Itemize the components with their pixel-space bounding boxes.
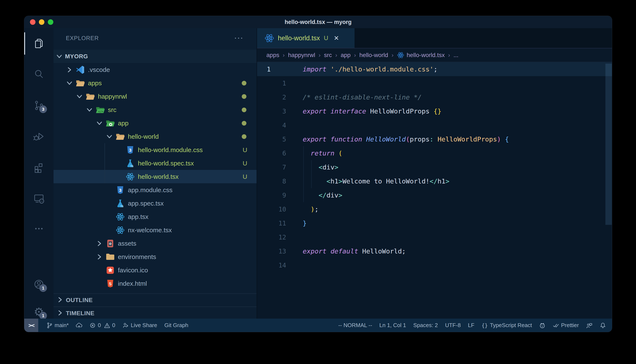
- code-line[interactable]: 4: [257, 118, 612, 132]
- react-icon: [116, 212, 125, 222]
- code-line[interactable]: 10 );: [257, 202, 612, 216]
- source-control-icon[interactable]: 3: [33, 100, 45, 111]
- chevron-down-icon: [96, 120, 103, 127]
- tree-item--vscode[interactable]: .vscode: [54, 63, 257, 76]
- file-name: hello-world.spec.tsx: [138, 160, 194, 167]
- git-modified-dot-icon: [242, 94, 246, 99]
- remote-indicator[interactable]: ><: [24, 318, 38, 332]
- status-item-warnings[interactable]: 0: [104, 322, 115, 328]
- tree-item-apps[interactable]: apps: [54, 76, 257, 90]
- status-item-label: Prettier: [561, 322, 579, 328]
- explorer-icon[interactable]: [33, 38, 45, 50]
- tree-item-src[interactable]: </> src: [54, 103, 257, 116]
- tree-item-hello-world-tsx[interactable]: hello-world.tsx U: [54, 170, 257, 183]
- breadcrumb-item-happynrwl[interactable]: happynrwl: [288, 52, 315, 58]
- breadcrumb-item-hello-world[interactable]: hello-world: [359, 52, 388, 58]
- status-item-encoding[interactable]: UTF-8: [445, 322, 461, 328]
- tree-item-app-tsx[interactable]: app.tsx: [54, 210, 257, 223]
- status-item-publish-changes[interactable]: [76, 322, 82, 328]
- tab-hello-world-tsx[interactable]: hello-world.tsx U ✕: [257, 28, 355, 48]
- editor-scrollbar[interactable]: [605, 64, 612, 225]
- git-modified-dot-icon: [242, 108, 246, 112]
- code-line[interactable]: 13export default HelloWorld;: [257, 244, 612, 258]
- code-text: export function HelloWorld(props: HelloW…: [303, 135, 509, 143]
- status-item-label: Live Share: [131, 322, 157, 328]
- status-item-eol[interactable]: LF: [468, 322, 474, 328]
- breadcrumb-item-hello-world-tsx[interactable]: hello-world.tsx: [397, 51, 445, 59]
- code-line[interactable]: 14: [257, 258, 612, 272]
- line-number: 14: [257, 262, 303, 269]
- react-file-icon: [264, 33, 275, 43]
- liveshare-icon: [122, 322, 129, 328]
- status-item-cursor-position[interactable]: Ln 1, Col 1: [379, 322, 406, 328]
- accounts-icon[interactable]: 1: [33, 278, 45, 290]
- status-item-indentation[interactable]: Spaces: 2: [413, 322, 438, 328]
- code-line[interactable]: 2/* eslint-disable-next-line */: [257, 90, 612, 104]
- tree-item-hello-world[interactable]: hello-world: [54, 130, 257, 143]
- settings-gear-icon[interactable]: ⚙ 1: [33, 306, 45, 318]
- status-item-language-mode[interactable]: {}TypeScript React: [482, 322, 532, 328]
- timeline-section-header[interactable]: TIMELINE: [54, 307, 257, 320]
- code-line[interactable]: 1import './hello-world.module.css';: [257, 62, 612, 76]
- code-line[interactable]: 1: [257, 76, 612, 90]
- tree-item-index-html[interactable]: 5 index.html: [54, 277, 257, 290]
- status-item-vim-mode[interactable]: -- NORMAL --: [338, 322, 372, 328]
- git-untracked-badge: U: [243, 160, 247, 167]
- run-debug-icon[interactable]: [33, 130, 45, 142]
- folder-open-icon: [86, 92, 95, 101]
- tree-item-app-module-css[interactable]: 3 app.module.css: [54, 183, 257, 197]
- remote-explorer-icon[interactable]: ><: [33, 192, 45, 204]
- extensions-icon[interactable]: [33, 162, 45, 174]
- tree-item-favicon-ico[interactable]: favicon.ico: [54, 264, 257, 277]
- line-number: 13: [257, 248, 303, 255]
- code-line[interactable]: 7 <div>: [257, 160, 612, 174]
- code-line[interactable]: 5export function HelloWorld(props: Hello…: [257, 132, 612, 146]
- code-line[interactable]: 11}: [257, 216, 612, 230]
- tree-item-app[interactable]: app: [54, 116, 257, 130]
- tree-item-hello-world-spec-tsx[interactable]: TS hello-world.spec.tsx U: [54, 156, 257, 170]
- status-item-git-branch[interactable]: main*: [46, 322, 69, 328]
- status-item-feedback[interactable]: [586, 322, 592, 328]
- active-view-indicator: [24, 32, 25, 55]
- more-views-icon[interactable]: [33, 223, 45, 234]
- search-icon[interactable]: [33, 68, 45, 80]
- code-line[interactable]: 8 <h1>Welcome to HelloWorld!</h1>: [257, 174, 612, 188]
- svg-text:TS: TS: [130, 165, 133, 168]
- status-item-label: Ln 1, Col 1: [379, 322, 406, 328]
- chevron-right-icon: [96, 253, 103, 260]
- breadcrumb-item-app[interactable]: app: [341, 52, 351, 58]
- status-item-prettier[interactable]: Prettier: [553, 322, 579, 328]
- explorer-more-actions-icon[interactable]: ···: [234, 33, 244, 42]
- tree-item-app-spec-tsx[interactable]: TS app.spec.tsx: [54, 197, 257, 210]
- status-item-git-graph[interactable]: Git Graph: [164, 322, 188, 328]
- code-line[interactable]: 6 return (: [257, 146, 612, 160]
- tree-item-environments[interactable]: environments: [54, 250, 257, 264]
- folder-open-icon: [76, 78, 85, 88]
- status-item-notifications[interactable]: [600, 322, 606, 328]
- breadcrumb-item--[interactable]: ...: [454, 52, 458, 58]
- status-item-live-share[interactable]: Live Share: [122, 322, 157, 328]
- code-editor[interactable]: 1import './hello-world.module.css';12/* …: [257, 62, 612, 318]
- file-name: hello-world.tsx: [138, 173, 179, 180]
- file-name: happynrwl: [98, 93, 127, 100]
- code-line[interactable]: 12: [257, 230, 612, 244]
- git-modified-dot-icon: [242, 81, 246, 86]
- tab-close-icon[interactable]: ✕: [334, 34, 339, 42]
- git-untracked-badge: U: [243, 173, 247, 180]
- tree-item-happynrwl[interactable]: happynrwl: [54, 90, 257, 103]
- outline-section-header[interactable]: OUTLINE: [54, 294, 257, 307]
- breadcrumb-item-apps[interactable]: apps: [266, 52, 279, 58]
- status-item-errors[interactable]: 0: [89, 322, 101, 328]
- indent-guide: [303, 146, 304, 202]
- status-item-github[interactable]: [539, 322, 545, 328]
- tree-item-assets[interactable]: assets: [54, 237, 257, 250]
- code-line[interactable]: 9 </div>: [257, 188, 612, 202]
- svg-text:TS: TS: [120, 205, 123, 208]
- status-item-label: LF: [468, 322, 474, 328]
- tree-item-nx-welcome-tsx[interactable]: nx-welcome.tsx: [54, 223, 257, 237]
- code-line[interactable]: 3export interface HelloWorldProps {}: [257, 104, 612, 118]
- workspace-section-header[interactable]: MYORG: [54, 50, 257, 63]
- tree-item-hello-world-module-css[interactable]: 3 hello-world.module.css U: [54, 143, 257, 156]
- breadcrumb-item-src[interactable]: src: [324, 52, 332, 58]
- file-name: environments: [118, 253, 156, 260]
